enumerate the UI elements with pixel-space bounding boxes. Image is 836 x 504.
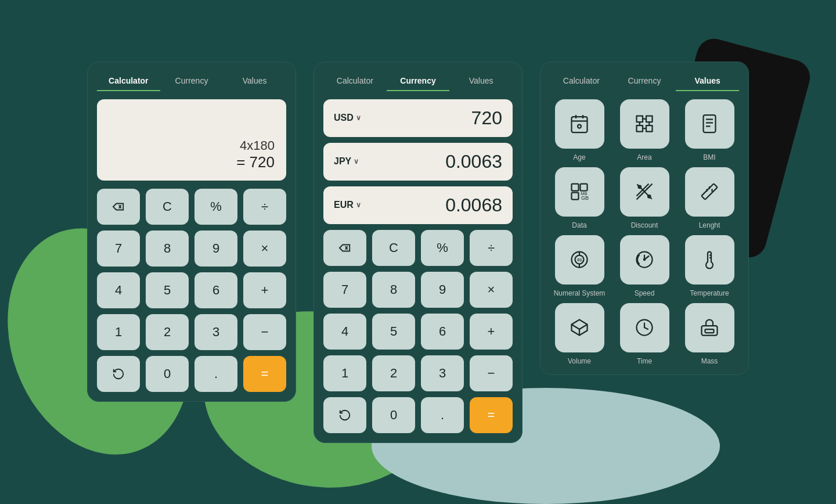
tab-calculator-1[interactable]: Calculator xyxy=(97,71,160,91)
rotate-button-1[interactable] xyxy=(97,356,140,392)
tab-currency-3[interactable]: Currency xyxy=(613,71,676,91)
eur-label: EUR ∨ xyxy=(334,200,361,210)
numeral-label: Numeral System xyxy=(554,289,606,297)
rotate-button-2[interactable] xyxy=(323,397,366,433)
six-button-1[interactable]: 6 xyxy=(194,272,237,308)
value-item-discount[interactable]: Discount xyxy=(615,167,674,229)
value-item-numeral[interactable]: 01 Numeral System xyxy=(550,235,609,297)
eight-button-2[interactable]: 8 xyxy=(372,272,415,308)
data-label: Data xyxy=(572,221,586,229)
discount-label: Discount xyxy=(631,221,658,229)
two-button-1[interactable]: 2 xyxy=(146,314,189,350)
zero-button-1[interactable]: 0 xyxy=(146,356,189,392)
percent-button-2[interactable]: % xyxy=(421,230,464,266)
clear-button-2[interactable]: C xyxy=(372,230,415,266)
value-item-length[interactable]: Lenght xyxy=(680,167,739,229)
value-item-volume[interactable]: Volume xyxy=(550,303,609,365)
svg-point-8 xyxy=(578,125,581,128)
five-button-2[interactable]: 5 xyxy=(372,314,415,350)
area-icon-box xyxy=(620,99,669,149)
usd-row[interactable]: USD ∨ 720 xyxy=(323,99,513,137)
currency-panel: Calculator Currency Values USD ∨ 720 JPY… xyxy=(314,62,522,443)
jpy-row[interactable]: JPY ∨ 0.0063 xyxy=(323,143,513,181)
svg-line-39 xyxy=(572,325,580,329)
tab-calculator-2[interactable]: Calculator xyxy=(323,71,387,91)
value-item-time[interactable]: Time xyxy=(615,303,674,365)
nine-button-2[interactable]: 9 xyxy=(421,272,464,308)
plus-button-2[interactable]: + xyxy=(470,314,513,350)
seven-button-1[interactable]: 7 xyxy=(97,231,140,267)
usd-chevron-icon: ∨ xyxy=(356,114,361,122)
eur-chevron-icon: ∨ xyxy=(356,201,361,209)
multiply-button-2[interactable]: × xyxy=(470,272,513,308)
tab-calculator-3[interactable]: Calculator xyxy=(550,71,613,91)
tab-values-2[interactable]: Values xyxy=(449,71,513,91)
divide-button-1[interactable]: ÷ xyxy=(243,189,286,225)
multiply-button-1[interactable]: × xyxy=(243,231,286,267)
seven-button-2[interactable]: 7 xyxy=(323,272,366,308)
speed-label: Speed xyxy=(635,289,655,297)
temperature-label: Temperature xyxy=(690,289,729,297)
mass-label: Mass xyxy=(701,357,718,365)
length-label: Lenght xyxy=(699,221,720,229)
display-result: = 720 xyxy=(236,153,275,171)
dot-button-1[interactable]: . xyxy=(194,356,237,392)
calculator-buttons: C % ÷ 7 8 9 × 4 5 6 + 1 2 3 − 0 . = xyxy=(97,189,286,392)
backspace-button-1[interactable] xyxy=(97,189,140,225)
backspace-button-2[interactable] xyxy=(323,230,366,266)
area-icon xyxy=(634,113,655,134)
two-button-2[interactable]: 2 xyxy=(372,355,415,391)
temperature-icon xyxy=(699,249,720,270)
tab-values-1[interactable]: Values xyxy=(223,71,286,91)
three-button-2[interactable]: 3 xyxy=(421,355,464,391)
calculator-display: 4x180 = 720 xyxy=(97,99,286,181)
eight-button-1[interactable]: 8 xyxy=(146,231,189,267)
zero-button-2[interactable]: 0 xyxy=(372,397,415,433)
length-icon-box xyxy=(685,167,734,217)
value-item-temperature[interactable]: Temperature xyxy=(680,235,739,297)
plus-button-1[interactable]: + xyxy=(243,272,286,308)
equals-button-2[interactable]: = xyxy=(470,397,513,433)
value-item-speed[interactable]: Speed xyxy=(615,235,674,297)
time-label: Time xyxy=(637,357,652,365)
values-panel: Calculator Currency Values Age Area xyxy=(540,62,749,375)
currency-buttons: C % ÷ 7 8 9 × 4 5 6 + 1 2 3 − 0 . = xyxy=(323,230,513,433)
data-icon-box: GBMB xyxy=(555,167,604,217)
four-button-2[interactable]: 4 xyxy=(323,314,366,350)
six-button-2[interactable]: 6 xyxy=(421,314,464,350)
value-item-age[interactable]: Age xyxy=(550,99,609,161)
dot-button-2[interactable]: . xyxy=(421,397,464,433)
nine-button-1[interactable]: 9 xyxy=(194,231,237,267)
speed-icon-box xyxy=(620,235,669,285)
tab-currency-1[interactable]: Currency xyxy=(160,71,224,91)
tab-currency-2[interactable]: Currency xyxy=(387,71,450,91)
values-grid: Age Area BMI GBMB Data xyxy=(550,99,739,365)
value-item-mass[interactable]: Mass xyxy=(680,303,739,365)
eur-row[interactable]: EUR ∨ 0.0068 xyxy=(323,186,513,224)
svg-line-44 xyxy=(644,327,648,329)
eur-value: 0.0068 xyxy=(445,195,502,216)
value-item-bmi[interactable]: BMI xyxy=(680,99,739,161)
svg-point-36 xyxy=(643,258,646,261)
minus-button-1[interactable]: − xyxy=(243,314,286,350)
temperature-icon-box xyxy=(685,235,734,285)
percent-button-1[interactable]: % xyxy=(194,189,237,225)
panels-container: Calculator Currency Values 4x180 = 720 C… xyxy=(87,62,749,443)
minus-button-2[interactable]: − xyxy=(470,355,513,391)
equals-button-1[interactable]: = xyxy=(243,356,286,392)
one-button-1[interactable]: 1 xyxy=(97,314,140,350)
value-item-area[interactable]: Area xyxy=(615,99,674,161)
divide-button-2[interactable]: ÷ xyxy=(470,230,513,266)
one-button-2[interactable]: 1 xyxy=(323,355,366,391)
value-item-data[interactable]: GBMB Data xyxy=(550,167,609,229)
tab-values-3[interactable]: Values xyxy=(676,71,739,91)
mass-icon xyxy=(699,317,720,338)
age-icon xyxy=(569,113,590,134)
three-button-1[interactable]: 3 xyxy=(194,314,237,350)
four-button-1[interactable]: 4 xyxy=(97,272,140,308)
five-button-1[interactable]: 5 xyxy=(146,272,189,308)
clear-button-1[interactable]: C xyxy=(146,189,189,225)
volume-icon-box xyxy=(555,303,604,352)
bmi-icon-box xyxy=(685,99,734,149)
age-label: Age xyxy=(573,153,585,161)
